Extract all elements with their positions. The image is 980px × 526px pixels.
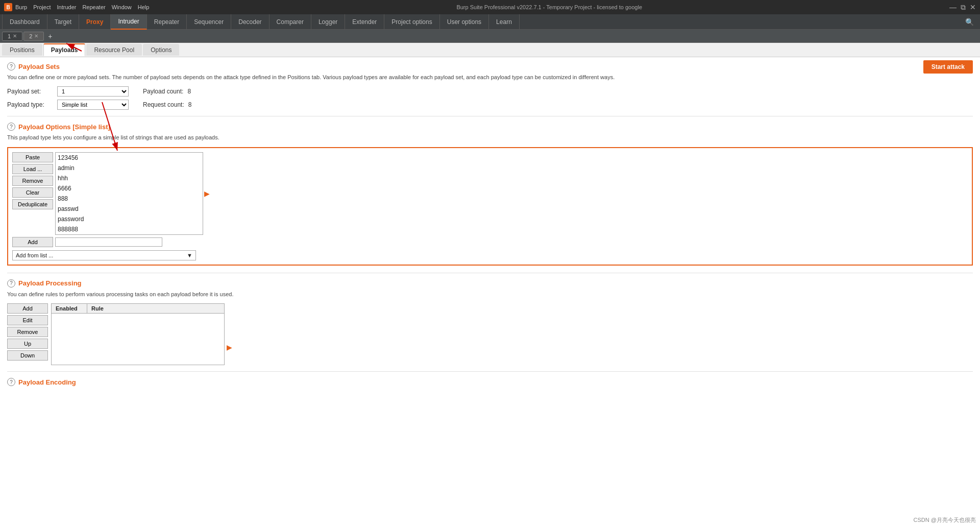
add-button[interactable]: Add — [12, 237, 53, 247]
payload-list-area[interactable]: 123456 admin hhh 6666 888 passwd passwor… — [55, 152, 203, 235]
payload-set-row: Payload set: 1 2 3 Payload count: 8 — [7, 86, 973, 97]
attack-tabs: Positions Payloads Resource Pool Options — [0, 43, 980, 57]
col-rule-header: Rule — [87, 304, 224, 313]
processing-table: Enabled Rule — [51, 303, 225, 365]
list-item-2[interactable]: hhh — [56, 173, 203, 183]
tab-repeater[interactable]: Repeater — [147, 14, 187, 30]
tab-project-options[interactable]: Project options — [384, 14, 439, 30]
sub-tab-2-label: 2 — [29, 33, 32, 39]
search-icon[interactable]: 🔍 — [965, 18, 978, 26]
payload-count-label: Payload count: — [143, 88, 183, 95]
tab-options[interactable]: Options — [143, 44, 179, 56]
processing-buttons: Add Edit Remove Up Down — [7, 303, 48, 365]
payload-processing-help-icon[interactable]: ? — [7, 279, 15, 288]
sub-tab-2[interactable]: 2 ✕ — [23, 32, 44, 41]
payload-encoding-header: ? Payload Encoding — [7, 378, 973, 386]
tab-dashboard[interactable]: Dashboard — [2, 14, 47, 30]
payload-options-description: This payload type lets you configure a s… — [7, 134, 973, 141]
start-attack-button[interactable]: Start attack — [923, 60, 973, 74]
load-button[interactable]: Load ... — [12, 164, 53, 174]
payload-processing-description: You can define rules to perform various … — [7, 291, 973, 298]
payload-options-box: Paste Load ... Remove Clear Deduplicate … — [7, 147, 973, 266]
close-button[interactable]: ✕ — [970, 3, 976, 12]
list-item-4[interactable]: 888 — [56, 194, 203, 204]
payload-type-select[interactable]: Simple list Runtime file Custom iterator… — [57, 100, 129, 110]
request-count-label: Request count: — [143, 101, 184, 108]
add-from-list-chevron: ▼ — [187, 252, 192, 258]
tab-sequencer[interactable]: Sequencer — [187, 14, 231, 30]
tab-target[interactable]: Target — [47, 14, 79, 30]
maximize-button[interactable]: ⧉ — [961, 3, 966, 12]
sub-tab-1-close[interactable]: ✕ — [13, 33, 17, 39]
list-item-1[interactable]: admin — [56, 163, 203, 173]
menu-intruder[interactable]: Intruder — [57, 4, 77, 10]
payload-sets-description: You can define one or more payload sets.… — [7, 74, 973, 81]
sub-tab-1[interactable]: 1 ✕ — [2, 32, 22, 41]
list-item-5[interactable]: passwd — [56, 204, 203, 214]
processing-add-button[interactable]: Add — [7, 303, 48, 314]
processing-down-button[interactable]: Down — [7, 350, 48, 361]
payload-sets-section: Start attack ? Payload Sets You can defi… — [7, 62, 973, 110]
payload-count-value: 8 — [187, 88, 191, 95]
tab-user-options[interactable]: User options — [440, 14, 489, 30]
scroll-arrow-right: ▶ — [204, 152, 210, 235]
sub-tab-2-close[interactable]: ✕ — [34, 33, 38, 39]
window-title: Burp Suite Professional v2022.7.1 - Temp… — [456, 4, 642, 10]
tab-proxy[interactable]: Proxy — [79, 14, 111, 30]
menu-repeater[interactable]: Repeater — [82, 4, 105, 10]
processing-table-body — [52, 314, 224, 365]
clear-button[interactable]: Clear — [12, 187, 53, 198]
tab-resource-pool[interactable]: Resource Pool — [86, 44, 142, 56]
menu-project[interactable]: Project — [33, 4, 51, 10]
add-from-list-dropdown[interactable]: Add from list ... ▼ — [12, 250, 196, 260]
payload-options-section: ? Payload Options [Simple list] This pay… — [7, 123, 973, 265]
processing-remove-button[interactable]: Remove — [7, 327, 48, 337]
processing-arrow-right: ▶ — [227, 329, 232, 365]
add-input[interactable] — [55, 237, 162, 247]
payload-type-row: Payload type: Simple list Runtime file C… — [7, 100, 973, 110]
tab-logger[interactable]: Logger — [311, 14, 345, 30]
menu-window[interactable]: Window — [112, 4, 132, 10]
payload-processing-header: ? Payload Processing — [7, 279, 973, 288]
payload-options-help-icon[interactable]: ? — [7, 123, 15, 131]
window-controls[interactable]: — ⧉ ✕ — [949, 3, 976, 12]
sub-tabs: 1 ✕ 2 ✕ + — [0, 30, 980, 43]
payload-processing-title: Payload Processing — [18, 279, 82, 287]
deduplicate-button[interactable]: Deduplicate — [12, 199, 53, 209]
payload-encoding-help-icon[interactable]: ? — [7, 378, 15, 386]
title-bar: B Burp Project Intruder Repeater Window … — [0, 0, 980, 14]
list-item-7[interactable]: 888888 — [56, 224, 203, 234]
divider-1 — [7, 116, 973, 116]
tab-learn[interactable]: Learn — [489, 14, 520, 30]
payload-set-select[interactable]: 1 2 3 — [57, 86, 129, 97]
menu-help[interactable]: Help — [138, 4, 150, 10]
remove-button[interactable]: Remove — [12, 176, 53, 186]
list-item-3[interactable]: 6666 — [56, 183, 203, 194]
processing-up-button[interactable]: Up — [7, 339, 48, 349]
tab-extender[interactable]: Extender — [345, 14, 384, 30]
add-tab-button[interactable]: + — [45, 31, 55, 41]
payload-sets-title: Payload Sets — [18, 63, 60, 70]
title-bar-menu[interactable]: Burp Project Intruder Repeater Window He… — [15, 4, 149, 10]
app-logo: B — [4, 3, 12, 11]
payload-processing-section: ? Payload Processing You can define rule… — [7, 279, 973, 365]
tab-payloads[interactable]: Payloads — [43, 43, 86, 56]
tab-positions[interactable]: Positions — [2, 44, 42, 56]
processing-table-header: Enabled Rule — [52, 304, 224, 314]
processing-container: Add Edit Remove Up Down Enabled Rule ▶ — [7, 303, 973, 365]
minimize-button[interactable]: — — [949, 3, 957, 12]
nav-tabs: Dashboard Target Proxy Intruder Repeater… — [0, 14, 980, 30]
payload-set-label: Payload set: — [7, 88, 53, 95]
list-item-0[interactable]: 123456 — [56, 153, 203, 163]
paste-button[interactable]: Paste — [12, 152, 53, 162]
payload-options-header: ? Payload Options [Simple list] — [7, 123, 973, 131]
tab-comparer[interactable]: Comparer — [270, 14, 311, 30]
payload-encoding-section: ? Payload Encoding — [7, 378, 973, 386]
tab-intruder[interactable]: Intruder — [111, 14, 146, 30]
menu-burp[interactable]: Burp — [15, 4, 27, 10]
list-item-6[interactable]: password — [56, 214, 203, 224]
payload-sets-help-icon[interactable]: ? — [7, 62, 15, 70]
processing-edit-button[interactable]: Edit — [7, 315, 48, 325]
tab-decoder[interactable]: Decoder — [231, 14, 269, 30]
add-from-list-label: Add from list ... — [16, 252, 53, 258]
